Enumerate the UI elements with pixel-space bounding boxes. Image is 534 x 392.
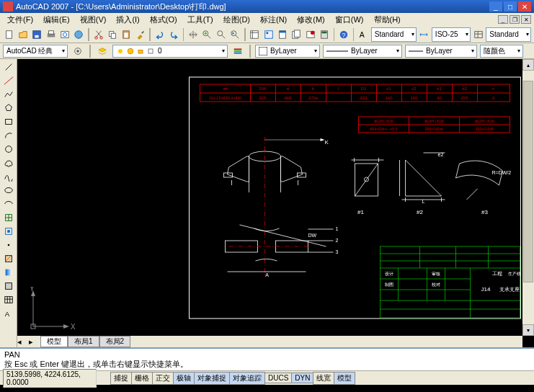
lineweight-dropdown[interactable]: ByLayer: [405, 45, 477, 58]
ellipse-arc-tool[interactable]: [1, 197, 16, 210]
new-button[interactable]: [3, 27, 15, 42]
close-button[interactable]: ✕: [518, 1, 531, 12]
layout2-tab[interactable]: 布局2: [99, 336, 131, 347]
svg-text:板(2件) 双面: 板(2件) 双面: [373, 119, 394, 123]
layer-states-button[interactable]: [231, 44, 245, 58]
svg-rect-36: [138, 50, 143, 53]
mtext-tool[interactable]: A: [1, 307, 16, 320]
calc-button[interactable]: [318, 27, 330, 42]
arc-tool[interactable]: [1, 129, 16, 142]
markup-button[interactable]: [304, 27, 316, 42]
properties-button[interactable]: [249, 27, 261, 42]
circle-tool[interactable]: [1, 143, 16, 156]
ducs-toggle[interactable]: DUCS: [264, 373, 292, 383]
cut-button[interactable]: [92, 27, 104, 42]
dyn-toggle[interactable]: DYN: [291, 373, 313, 383]
redo-button[interactable]: [167, 27, 179, 42]
paste-button[interactable]: [120, 27, 133, 42]
publish-button[interactable]: [73, 27, 85, 42]
table-style-dropdown[interactable]: Standard: [486, 27, 531, 42]
layout1-tab[interactable]: 布局1: [68, 336, 99, 347]
menu-file[interactable]: 文件(F): [3, 14, 37, 26]
doc-close-button[interactable]: ✕: [521, 15, 531, 24]
workspace-dropdown[interactable]: AutoCAD 经典: [3, 45, 68, 58]
svg-text:270a: 270a: [308, 96, 319, 100]
construction-line-tool[interactable]: [1, 74, 16, 87]
color-dropdown[interactable]: ByLayer: [255, 45, 320, 58]
ws-settings-button[interactable]: [71, 44, 85, 58]
doc-minimize-button[interactable]: _: [498, 15, 508, 24]
menu-view[interactable]: 视图(V): [76, 14, 111, 26]
menu-modify[interactable]: 修改(M): [293, 14, 329, 26]
menu-insert[interactable]: 插入(I): [112, 14, 143, 26]
polygon-tool[interactable]: [1, 102, 16, 115]
match-props-button[interactable]: [134, 27, 146, 42]
plotstyle-dropdown[interactable]: 随颜色: [480, 45, 523, 58]
region-tool[interactable]: [1, 280, 16, 293]
grid-toggle[interactable]: 栅格: [131, 372, 153, 385]
vertical-scrollbar[interactable]: ▴ ▾: [522, 59, 534, 336]
osnap-toggle[interactable]: 对象捕捉: [194, 372, 230, 385]
scroll-down-button[interactable]: ▾: [522, 324, 534, 336]
zoom-previous-button[interactable]: [229, 27, 241, 42]
scroll-up-button[interactable]: ▴: [522, 59, 534, 71]
menu-draw[interactable]: 绘图(D): [219, 14, 254, 26]
line-tool[interactable]: [1, 61, 16, 74]
minimize-button[interactable]: _: [489, 1, 502, 12]
model-toggle[interactable]: 模型: [334, 372, 355, 385]
coordinates-display[interactable]: 5139.5998, 4224.6125, 0.0000: [3, 369, 97, 388]
layer-dropdown[interactable]: 0: [112, 45, 228, 58]
pan-button[interactable]: [187, 27, 199, 42]
undo-button[interactable]: [153, 27, 166, 42]
tab-scroll-left[interactable]: ◂: [17, 337, 29, 347]
scroll-thumb-v[interactable]: [523, 81, 533, 282]
point-tool[interactable]: [1, 239, 16, 251]
revcloud-tool[interactable]: [1, 156, 16, 169]
menu-help[interactable]: 帮助(H): [370, 14, 405, 26]
menu-format[interactable]: 格式(O): [146, 14, 182, 26]
insert-block-tool[interactable]: [1, 211, 16, 224]
dimstyle-icon[interactable]: [418, 27, 430, 42]
svg-text:c2: c2: [411, 86, 417, 91]
model-tab[interactable]: 模型: [40, 336, 68, 347]
ortho-toggle[interactable]: 正交: [152, 372, 174, 385]
plot-button[interactable]: [45, 27, 57, 42]
polyline-tool[interactable]: [1, 88, 16, 101]
gradient-tool[interactable]: [1, 266, 16, 279]
maximize-button[interactable]: □: [504, 1, 517, 12]
tab-scroll-right[interactable]: ▸: [29, 337, 40, 347]
otrack-toggle[interactable]: 对象追踪: [229, 372, 265, 385]
menu-edit[interactable]: 编辑(E): [39, 14, 74, 26]
zoom-window-button[interactable]: [215, 27, 227, 42]
make-block-tool[interactable]: [1, 225, 16, 238]
plot-preview-button[interactable]: [58, 27, 71, 42]
table-tool[interactable]: [1, 293, 16, 306]
copy-button[interactable]: [106, 27, 118, 42]
command-line[interactable]: PAN 按 Esc 或 Enter 键退出，或单击右键显示快捷菜单。: [0, 347, 534, 370]
ellipse-tool[interactable]: [1, 184, 16, 197]
zoom-realtime-button[interactable]: [201, 27, 213, 42]
menu-window[interactable]: 窗口(W): [331, 14, 368, 26]
svg-line-111: [355, 164, 378, 196]
linetype-dropdown[interactable]: ByLayer: [323, 45, 402, 58]
doc-restore-button[interactable]: ❐: [509, 15, 520, 24]
text-style-dropdown[interactable]: Standard: [371, 27, 417, 42]
dim-style-dropdown[interactable]: ISO-25: [432, 27, 471, 42]
help-button[interactable]: ?: [337, 27, 350, 42]
polar-toggle[interactable]: 极轴: [173, 372, 195, 385]
tool-palettes-button[interactable]: [276, 27, 288, 42]
hatch-tool[interactable]: [1, 252, 16, 265]
lwt-toggle[interactable]: 线宽: [313, 372, 334, 385]
menu-dimension[interactable]: 标注(N): [256, 14, 291, 26]
open-button[interactable]: [17, 27, 29, 42]
save-button[interactable]: [31, 27, 43, 42]
sheet-set-button[interactable]: [290, 27, 303, 42]
spline-tool[interactable]: [1, 170, 16, 183]
rectangle-tool[interactable]: [1, 115, 16, 128]
drawing-canvas[interactable]: a# DW a b l D1 c1 c2 e1 e2 n J14-1 DN500…: [17, 59, 534, 347]
design-center-button[interactable]: [262, 27, 275, 42]
textstyle-icon[interactable]: A: [357, 27, 369, 42]
menu-tools[interactable]: 工具(T): [183, 14, 218, 26]
tablestyle-icon[interactable]: [472, 27, 484, 42]
snap-toggle[interactable]: 捕捉: [110, 372, 132, 385]
